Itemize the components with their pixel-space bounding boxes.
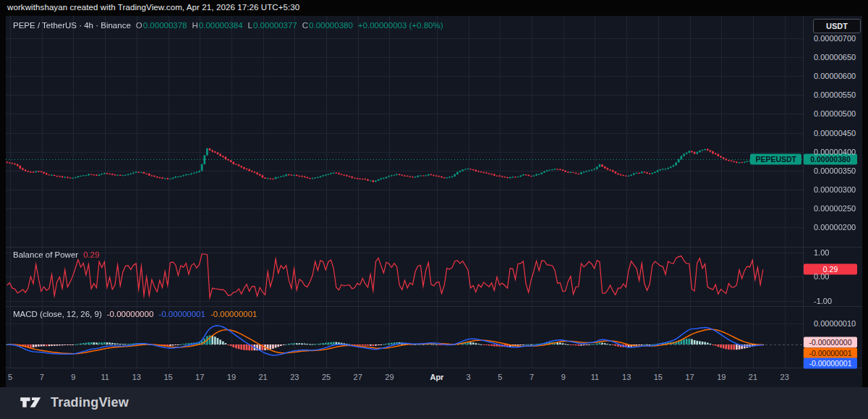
price-axis-label: 0.00000450 bbox=[814, 128, 856, 138]
time-tick: 7 bbox=[40, 373, 44, 381]
price-axis-separator bbox=[803, 16, 804, 368]
macd-hist-value: -0.00000000 bbox=[107, 310, 154, 318]
page: workwithshayan created with TradingView.… bbox=[0, 0, 868, 419]
price-axis-label: 0.00000300 bbox=[814, 185, 856, 195]
time-tick: 19 bbox=[227, 373, 236, 381]
close-label: C bbox=[302, 21, 308, 30]
time-tick: 5 bbox=[498, 373, 502, 381]
bop-axis-label: 0.00 bbox=[814, 271, 829, 282]
time-tick: 9 bbox=[71, 373, 75, 381]
bop-axis-label: 1.00 bbox=[814, 247, 829, 258]
time-tick: 7 bbox=[529, 373, 534, 381]
tradingview-logo-icon bbox=[20, 394, 44, 410]
open-value: 0.00000378 bbox=[143, 21, 187, 30]
tradingview-brand-text: TradingView bbox=[51, 395, 129, 410]
time-tick: 15 bbox=[163, 373, 172, 381]
attribution-text: workwithshayan created with TradingView.… bbox=[7, 3, 299, 12]
footer-bar: TradingView bbox=[0, 387, 868, 419]
open-label: O bbox=[136, 21, 142, 30]
macd-axis-label: 0.00000010 bbox=[814, 318, 856, 329]
ohlc-values: O0.00000378 H0.00000384 L0.00000377 C0.0… bbox=[136, 21, 443, 30]
low-value: 0.00000377 bbox=[253, 21, 297, 30]
high-value: 0.00000384 bbox=[199, 21, 243, 30]
price-axis-label: 0.00000600 bbox=[814, 71, 856, 81]
low-label: L bbox=[248, 21, 252, 30]
price-axis-label: 0.00000400 bbox=[814, 147, 856, 157]
macd-signal-value: -0.00000001 bbox=[210, 310, 258, 318]
price-axis-label: 0.00000250 bbox=[814, 203, 856, 213]
price-axis-label: 0.00000350 bbox=[814, 166, 856, 176]
time-tick: 27 bbox=[354, 373, 362, 381]
bop-value-badge: 0.29 bbox=[804, 264, 857, 275]
macd-line-badge: -0.00000001 bbox=[804, 357, 857, 368]
time-tick: 19 bbox=[717, 373, 726, 381]
time-tick: 23 bbox=[780, 373, 789, 381]
high-label: H bbox=[192, 21, 198, 30]
price-axis-label: 0.00000200 bbox=[814, 222, 856, 232]
time-tick: 11 bbox=[101, 373, 109, 381]
time-tick: 21 bbox=[749, 373, 757, 381]
time-tick: 13 bbox=[622, 373, 631, 381]
macd-legend[interactable]: MACD (close, 12, 26, 9) -0.00000000 -0.0… bbox=[13, 310, 258, 318]
time-tick: 13 bbox=[132, 373, 141, 381]
time-tick: 25 bbox=[322, 373, 331, 381]
time-tick: 21 bbox=[258, 373, 267, 381]
bop-axis-label: -1.00 bbox=[814, 296, 832, 306]
macd-title: MACD (close, 12, 26, 9) bbox=[13, 310, 102, 318]
price-axis-label: 0.00000500 bbox=[814, 109, 856, 119]
pane-separator-macd[interactable] bbox=[6, 306, 862, 307]
time-tick: 23 bbox=[290, 373, 299, 381]
bop-value: 0.29 bbox=[83, 250, 99, 259]
time-tick: 17 bbox=[195, 373, 204, 381]
main-legend[interactable]: PEPE / TetherUS · 4h · Binance O0.000003… bbox=[13, 21, 443, 30]
price-axis-label: 0.00000700 bbox=[814, 33, 856, 43]
change-value: +0.00000003 (+0.80%) bbox=[358, 21, 443, 30]
time-tick: 3 bbox=[467, 373, 471, 381]
price-axis-label: 0.00000550 bbox=[814, 90, 856, 100]
chart-widget: PEPE / TetherUS · 4h · Binance O0.000003… bbox=[6, 16, 862, 387]
close-value: 0.00000380 bbox=[309, 21, 353, 30]
time-tick-month: Apr bbox=[430, 373, 443, 381]
bop-title: Balance of Power bbox=[13, 250, 78, 259]
time-tick: 17 bbox=[685, 373, 694, 381]
time-axis[interactable]: 57911131517192123252729Apr35791113151719… bbox=[6, 368, 862, 387]
tradingview-logo[interactable]: TradingView bbox=[20, 394, 129, 410]
macd-line-value: -0.00000001 bbox=[158, 310, 205, 318]
time-tick: 15 bbox=[654, 373, 663, 381]
macd-hist-badge: -0.00000000 bbox=[804, 337, 857, 348]
time-tick: 9 bbox=[561, 373, 566, 381]
symbol-title: PEPE / TetherUS · 4h · Binance bbox=[13, 21, 131, 30]
time-tick: 29 bbox=[385, 373, 393, 381]
macd-signal-badge: -0.00000001 bbox=[804, 347, 857, 358]
bop-legend[interactable]: Balance of Power 0.29 bbox=[13, 250, 100, 259]
time-tick: 11 bbox=[591, 373, 599, 381]
symbol-price-line-tag: PEPEUSDT bbox=[750, 154, 801, 165]
currency-toggle-button[interactable]: USDT bbox=[813, 19, 861, 33]
price-axis-label: 0.00000650 bbox=[814, 52, 856, 62]
time-tick: 5 bbox=[8, 373, 12, 381]
pane-separator-bop[interactable] bbox=[6, 247, 862, 247]
